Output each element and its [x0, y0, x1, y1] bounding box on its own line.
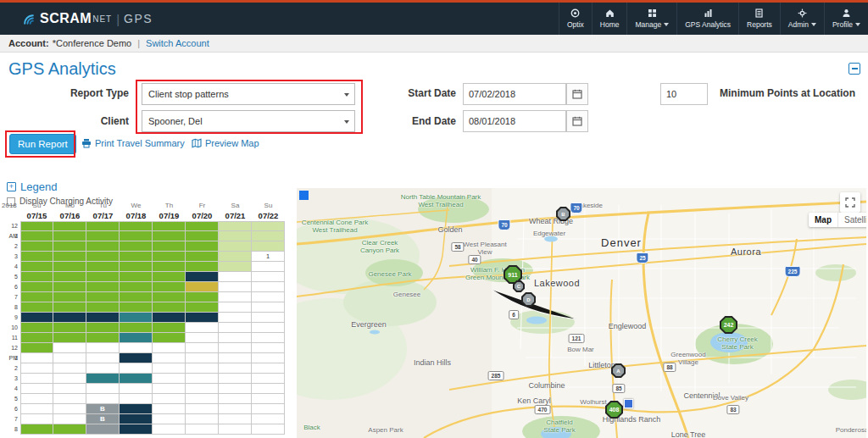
client-select[interactable]: Spooner, Del — [142, 110, 355, 132]
hour-label: 3 — [2, 374, 20, 384]
print-travel-summary-link[interactable]: Print Travel Summary — [81, 138, 185, 148]
calendar-icon — [572, 116, 582, 126]
select-caret-icon — [344, 120, 349, 124]
date-header: 07/21 — [219, 209, 252, 221]
map-marker-flag[interactable] — [624, 399, 633, 408]
heatmap-cell — [252, 231, 285, 241]
report-type-label: Report Type — [0, 87, 129, 99]
heatmap-row: 5 — [2, 272, 285, 282]
heatmap-cell — [86, 323, 120, 333]
run-report-button[interactable]: Run Report — [9, 134, 76, 154]
date-header: 07/22 — [252, 209, 285, 221]
heatmap-cell — [20, 252, 53, 262]
heatmap-cell — [252, 353, 285, 363]
start-date-input[interactable] — [463, 83, 566, 105]
heatmap-cell — [219, 424, 252, 435]
heatmap-cell — [53, 333, 86, 343]
account-separator: | — [137, 38, 140, 48]
collapse-section-icon[interactable] — [849, 63, 860, 75]
end-date-input[interactable] — [463, 110, 566, 132]
heatmap-cell — [20, 292, 53, 302]
heatmap-cell — [86, 384, 120, 394]
gps-analytics-page: SCRAM NET | GPS Optix Home Manage GPS An… — [0, 0, 868, 438]
heatmap-cell — [153, 343, 186, 353]
heatmap-dates: 07/1507/1607/1707/1807/1907/2007/2107/22 — [20, 209, 287, 221]
expand-plus-icon: + — [7, 182, 16, 191]
legend-toggle[interactable]: + Legend — [7, 180, 57, 193]
brand-net: NET — [92, 14, 112, 24]
nav-label: Optix — [567, 20, 584, 29]
nav-item-admin[interactable]: Admin — [780, 3, 824, 35]
heatmap-cell — [252, 384, 285, 394]
report-type-select[interactable]: Client stop patterns — [142, 83, 355, 105]
satellite-view-button[interactable]: Satellite — [837, 213, 866, 227]
nav-item-manage[interactable]: Manage — [626, 3, 676, 35]
heatmap-cell — [120, 394, 153, 404]
map-marker[interactable]: 408 — [605, 401, 623, 419]
map-marker[interactable]: A — [611, 363, 626, 378]
heatmap-cell — [20, 353, 53, 363]
hour-label: 2 — [2, 241, 20, 252]
heatmap-cell — [120, 333, 153, 343]
map-marker-label: 408 — [607, 402, 621, 417]
heatmap-cell — [120, 221, 153, 231]
min-points-input[interactable] — [660, 83, 708, 105]
heatmap-cell — [53, 363, 86, 374]
nav-item-home[interactable]: Home — [592, 3, 627, 35]
map-marker[interactable]: B — [556, 207, 570, 221]
map-view-button[interactable]: Map — [809, 213, 837, 227]
nav-item-gps-analytics[interactable]: GPS Analytics — [676, 3, 738, 35]
start-date-calendar-button[interactable] — [566, 83, 588, 105]
end-date-calendar-button[interactable] — [566, 110, 588, 132]
hour-label: 6 — [2, 282, 20, 292]
heatmap-cell — [219, 353, 252, 363]
heatmap-cell — [20, 221, 53, 231]
heatmap-cell — [20, 302, 53, 313]
heatmap-cell — [53, 353, 86, 363]
heatmap-cell — [186, 241, 219, 252]
stops-map[interactable]: North Table Mountain Park West Trailhead… — [297, 188, 866, 438]
heatmap-cell — [120, 241, 153, 252]
map-fold-icon — [192, 138, 202, 148]
map-marker[interactable]: D — [521, 292, 536, 307]
heatmap-cell — [252, 302, 285, 313]
map-marker[interactable]: 242 — [720, 316, 737, 334]
day-name: Tu — [86, 202, 120, 209]
report-type-value: Client stop patterns — [148, 89, 229, 99]
heatmap-cell — [186, 282, 219, 292]
heatmap-cell — [252, 292, 285, 302]
brand-logo[interactable]: SCRAM NET | GPS — [0, 11, 153, 26]
heatmap-cell — [86, 424, 120, 435]
heatmap-cell — [53, 343, 86, 353]
heatmap-cell — [153, 404, 186, 414]
hour-label: 3 — [2, 252, 20, 262]
stop-pattern-heatmap: 2018 SuMoTuWeThFrSaSu 07/1507/1607/1707/… — [2, 202, 287, 435]
map-selection-icon[interactable] — [299, 191, 309, 200]
hour-label: 4 — [2, 384, 20, 394]
nav-item-profile[interactable]: Profile — [824, 3, 868, 35]
day-name: We — [120, 202, 153, 209]
heatmap-cell — [252, 262, 285, 272]
nav-item-optix[interactable]: Optix — [559, 3, 592, 35]
map-marker-label: 242 — [721, 318, 736, 332]
heatmap-cell — [186, 231, 219, 241]
nav-label: GPS Analytics — [685, 20, 731, 29]
heatmap-cell — [20, 323, 53, 333]
heatmap-cell — [120, 302, 153, 313]
hour-label: 2 — [2, 363, 20, 374]
heatmap-cell — [186, 323, 219, 333]
heatmap-cell — [153, 282, 186, 292]
fullscreen-button[interactable] — [840, 192, 860, 213]
preview-map-link[interactable]: Preview Map — [192, 138, 259, 148]
heatmap-cell — [219, 384, 252, 394]
day-name: Fr — [186, 202, 219, 209]
hour-label: 5 — [2, 272, 20, 282]
heatmap-day-names: SuMoTuWeThFrSaSu — [20, 202, 285, 209]
optix-icon — [570, 8, 580, 18]
switch-account-link[interactable]: Switch Account — [146, 38, 209, 48]
nav-item-reports[interactable]: Reports — [738, 3, 780, 35]
gps-analytics-icon — [704, 8, 713, 18]
hour-label: 6 — [2, 404, 20, 414]
heatmap-cell — [120, 353, 153, 363]
heatmap-cell — [20, 313, 53, 323]
